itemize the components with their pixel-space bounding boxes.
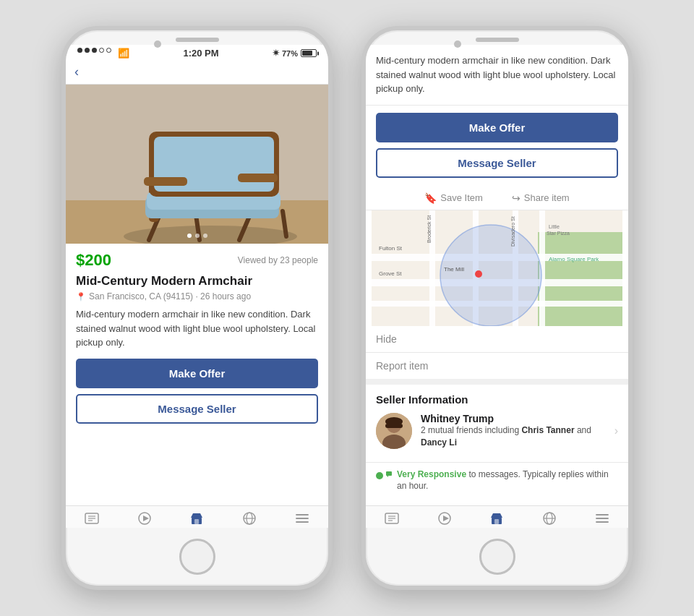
tab-marketplace-2[interactable] — [471, 512, 523, 525]
signal-dot-3 — [92, 48, 97, 53]
listing-description: Mid-century modern armchair in like new … — [66, 307, 328, 359]
share-item-button[interactable]: ↪ Share item — [512, 192, 570, 204]
svg-marker-54 — [387, 476, 388, 477]
price-row: $200 Viewed by 23 people — [66, 244, 328, 274]
svg-point-39 — [475, 270, 482, 278]
map-svg: Fulton St Grove St Broderick St Divisade… — [366, 210, 628, 326]
svg-rect-13 — [144, 177, 187, 186]
phone-bottom-1 — [66, 528, 328, 586]
tab-marketplace-1[interactable] — [171, 512, 223, 525]
svg-text:Alamo Square Park: Alamo Square Park — [549, 256, 599, 262]
svg-marker-60 — [443, 516, 449, 521]
speaker-1 — [176, 38, 219, 42]
listing-meta: 📍 San Francisco, CA (94115) · 26 hours a… — [66, 291, 328, 307]
back-button-1[interactable]: ‹ — [74, 64, 79, 80]
share-label: Share item — [524, 192, 570, 203]
svg-marker-20 — [143, 516, 149, 521]
tab-globe-1[interactable] — [223, 512, 276, 525]
svg-point-38 — [440, 225, 541, 326]
svg-rect-22 — [194, 519, 199, 524]
phone-screen-2: Mid-century modern armchair in like new … — [366, 45, 628, 528]
report-button[interactable]: Report item — [366, 353, 628, 385]
tab-news-2[interactable] — [366, 512, 419, 525]
make-offer-button-1[interactable]: Make Offer — [76, 359, 318, 388]
signal-dot-5 — [106, 48, 111, 53]
svg-rect-62 — [494, 519, 499, 524]
dot-3 — [203, 234, 207, 238]
phone-top-bar-2 — [366, 30, 628, 45]
seller-section: Seller Information — [366, 385, 628, 458]
listing-location: San Francisco, CA (94115) · 26 hours ago — [89, 291, 251, 301]
tab-globe-2[interactable] — [523, 512, 576, 525]
signal-indicators: 📶 — [77, 48, 129, 59]
phone-1: 📶 1:20 PM ✷ 77% ‹ — [61, 26, 333, 590]
message-seller-button-2[interactable]: Message Seller — [376, 148, 618, 178]
svg-text:Little: Little — [549, 224, 560, 229]
svg-text:Star Pizza: Star Pizza — [547, 231, 570, 236]
phone-2: Mid-century modern armchair in like new … — [361, 26, 633, 590]
speaker-2 — [476, 38, 519, 42]
globe-icon-1 — [243, 512, 256, 525]
home-button-2[interactable] — [479, 539, 515, 575]
signal-dot-4 — [99, 48, 104, 53]
tab-watch-2[interactable] — [419, 512, 471, 525]
mutual-text: 2 mutual friends including — [421, 425, 519, 435]
svg-rect-53 — [386, 471, 392, 476]
save-label: Save Item — [440, 192, 483, 203]
seller-row[interactable]: Whitney Trump 2 mutual friends including… — [376, 413, 618, 449]
news-icon-2 — [385, 513, 399, 524]
battery-fill-1 — [302, 51, 312, 56]
bluetooth-icon: ✷ — [273, 48, 279, 58]
tab-menu-1[interactable] — [275, 512, 328, 525]
dot-2 — [195, 234, 200, 238]
watch-icon-1 — [138, 512, 151, 525]
svg-text:Fulton St: Fulton St — [379, 245, 403, 252]
tab-watch-1[interactable] — [119, 512, 171, 525]
phone-bottom-2 — [366, 528, 628, 586]
bookmark-icon: 🔖 — [424, 192, 437, 204]
svg-text:Broderick St: Broderick St — [427, 215, 432, 242]
hide-button[interactable]: Hide — [366, 326, 628, 353]
status-bar-1: 📶 1:20 PM ✷ 77% — [66, 45, 328, 60]
svg-text:Grove St: Grove St — [379, 270, 402, 277]
svg-rect-14 — [238, 174, 278, 182]
listing-body: $200 Viewed by 23 people Mid-Century Mod… — [66, 244, 328, 505]
svg-rect-52 — [385, 424, 403, 428]
news-icon-1 — [85, 513, 99, 524]
wifi-icon: 📶 — [118, 48, 129, 59]
status-time-1: 1:20 PM — [183, 48, 218, 59]
svg-text:Divisadero St: Divisadero St — [510, 216, 515, 247]
marketplace-icon-1 — [190, 512, 203, 525]
pin-icon: 📍 — [76, 292, 86, 301]
seller-section-title: Seller Information — [376, 393, 618, 406]
chair-illustration — [66, 85, 328, 244]
seller-avatar-svg — [376, 413, 412, 449]
marketplace-icon-2 — [490, 512, 503, 525]
product-image — [66, 85, 328, 244]
signal-dot-2 — [85, 48, 90, 53]
share-icon: ↪ — [512, 192, 520, 204]
menu-icon-2 — [596, 513, 609, 523]
make-offer-button-2[interactable]: Make Offer — [376, 113, 618, 142]
listing-price: $200 — [76, 251, 111, 270]
friend2-name: Dancy Li — [421, 437, 457, 448]
svg-text:The Mill: The Mill — [444, 266, 464, 273]
map-container[interactable]: Fulton St Grove St Broderick St Divisade… — [366, 210, 628, 326]
seller-avatar — [376, 413, 412, 449]
tab-menu-2[interactable] — [575, 512, 628, 525]
tab-bar-1 — [66, 505, 328, 528]
tab-news-1[interactable] — [66, 512, 119, 525]
and-text: and — [577, 425, 591, 435]
responsive-text: Very Responsive to messages. Typically r… — [397, 469, 618, 493]
detail-body: Mid-century modern armchair in like new … — [366, 45, 628, 505]
message-seller-button-1[interactable]: Message Seller — [76, 394, 318, 424]
home-button-1[interactable] — [179, 539, 215, 575]
signal-dot-1 — [77, 48, 82, 53]
mutual-friends: 2 mutual friends including Chris Tanner … — [421, 424, 606, 449]
seller-name: Whitney Trump — [421, 413, 606, 424]
detail-description: Mid-century modern armchair in like new … — [366, 45, 628, 106]
responsive-row: Very Responsive to messages. Typically r… — [366, 462, 628, 502]
phone-top-bar-1 — [66, 30, 328, 45]
image-dots — [187, 234, 207, 238]
save-item-button[interactable]: 🔖 Save Item — [424, 192, 483, 204]
